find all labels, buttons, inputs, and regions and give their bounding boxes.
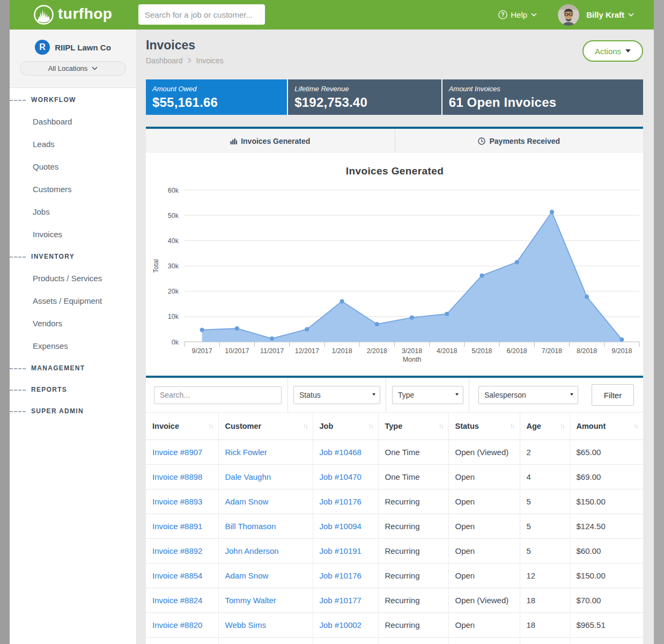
column-header-customer[interactable]: Customer↑↓ xyxy=(218,413,313,440)
section-dash-icon xyxy=(10,411,26,412)
column-header-age[interactable]: Age↑↓ xyxy=(520,413,570,440)
table-search-input[interactable] xyxy=(154,386,282,404)
sidebar-section-workflow[interactable]: WORKFLOW xyxy=(10,89,136,111)
svg-text:9/2018: 9/2018 xyxy=(611,347,632,355)
job-link[interactable]: Job #10177 xyxy=(320,596,361,605)
svg-text:4/2018: 4/2018 xyxy=(437,347,457,355)
sidebar-section-reports[interactable]: REPORTS xyxy=(10,379,136,400)
help-menu[interactable]: ? Help xyxy=(498,10,537,19)
sort-arrows-icon: ↑↓ xyxy=(560,422,564,430)
sidebar-item-leads[interactable]: Leads xyxy=(10,133,136,156)
cell-age: 18 xyxy=(520,612,570,637)
column-header-status[interactable]: Status↑↓ xyxy=(448,413,520,440)
filter-button[interactable]: Filter xyxy=(592,384,634,406)
svg-text:10/2017: 10/2017 xyxy=(225,347,249,355)
customer-link[interactable]: Bill Thomason xyxy=(225,522,276,531)
brand-name: turfhop xyxy=(58,5,112,23)
invoice-link[interactable]: Invoice #8907 xyxy=(152,448,202,457)
cell-customer: Dale Vaughn xyxy=(218,464,313,489)
help-circle-icon: ? xyxy=(498,10,507,19)
invoice-link[interactable]: Invoice #8854 xyxy=(152,571,202,580)
column-header-type[interactable]: Type↑↓ xyxy=(378,413,448,440)
sidebar-section-management[interactable]: MANAGEMENT xyxy=(10,357,136,379)
column-label: Type xyxy=(385,422,403,430)
status-select[interactable]: Status xyxy=(293,386,380,404)
stat-label: Amount Invoices xyxy=(449,85,643,93)
sidebar-item-vendors[interactable]: Vendors xyxy=(10,312,136,335)
column-header-invoice[interactable]: Invoice↑↓ xyxy=(146,413,218,440)
brand-logo[interactable]: turfhop xyxy=(33,4,112,25)
cell-amount: $150.00 xyxy=(570,489,643,514)
user-menu[interactable]: Billy Kraft xyxy=(558,4,634,26)
invoice-link[interactable]: Invoice #8820 xyxy=(152,620,202,630)
tab-payments-received[interactable]: Payments Received xyxy=(395,129,644,153)
cell-amount: $60.00 xyxy=(570,538,643,563)
table-row: Invoice #8892John AndersonJob #10191Recu… xyxy=(146,538,643,563)
cell-age: 2 xyxy=(520,440,570,464)
sidebar-item-assets-equipment[interactable]: Assets / Equipment xyxy=(10,290,136,312)
customer-link[interactable]: Rick Fowler xyxy=(225,448,267,457)
invoice-link[interactable]: Invoice #8891 xyxy=(152,522,202,531)
table-row: Invoice #8824Tommy WalterJob #10177Recur… xyxy=(146,588,643,612)
cell-amount xyxy=(570,637,643,644)
sidebar-item-expenses[interactable]: Expenses xyxy=(10,335,136,357)
customer-link[interactable]: Dale Vaughn xyxy=(225,472,271,481)
job-link[interactable]: Job #10002 xyxy=(320,620,361,630)
sidebar-item-dashboard[interactable]: Dashboard xyxy=(10,111,136,133)
customer-link[interactable]: Tommy Walter xyxy=(225,596,276,605)
sidebar-section-inventory[interactable]: INVENTORY xyxy=(10,246,136,267)
tab-invoices-generated[interactable]: Invoices Generated xyxy=(146,129,395,153)
job-link[interactable]: Job #10176 xyxy=(320,497,361,506)
cell-amount: $70.00 xyxy=(570,588,643,612)
invoice-link[interactable]: Invoice #8898 xyxy=(152,472,202,481)
clock-icon xyxy=(478,137,485,145)
table-row: Invoice #8854Adam SnowJob #10176Recurrin… xyxy=(146,563,643,588)
job-link[interactable]: Job #10176 xyxy=(320,571,361,580)
avatar xyxy=(558,4,579,26)
locations-dropdown[interactable]: All Locations xyxy=(20,61,126,76)
caret-down-icon xyxy=(625,49,631,53)
app-frame: turfhop ? Help xyxy=(10,0,654,644)
sidebar-section-label: MANAGEMENT xyxy=(31,364,85,372)
job-link[interactable]: Job #10094 xyxy=(320,522,361,531)
user-name: Billy Kraft xyxy=(586,10,624,19)
sidebar-item-jobs[interactable]: Jobs xyxy=(10,201,136,223)
sidebar-section-super-admin[interactable]: SUPER ADMIN xyxy=(10,400,136,422)
sidebar-item-invoices[interactable]: Invoices xyxy=(10,223,136,246)
breadcrumb-dashboard[interactable]: Dashboard xyxy=(146,56,183,65)
invoice-link[interactable]: Invoice #8824 xyxy=(152,596,202,605)
sidebar-section-label: WORKFLOW xyxy=(31,96,76,104)
sort-arrows-icon: ↑↓ xyxy=(368,422,373,430)
customer-link[interactable]: Webb Sims xyxy=(225,620,266,630)
sort-arrows-icon: ↑↓ xyxy=(633,422,638,430)
salesperson-select[interactable]: Salesperson xyxy=(478,386,578,404)
sidebar-item-quotes[interactable]: Quotes xyxy=(10,156,136,178)
customer-link[interactable]: John Anderson xyxy=(225,546,279,555)
invoice-link[interactable]: Invoice #8893 xyxy=(152,497,202,506)
sidebar: R RIIPL Lawn Co All Locations WORKFLOWDa… xyxy=(10,30,137,644)
filter-cell-search xyxy=(146,378,287,412)
cell-customer xyxy=(218,637,313,644)
job-link[interactable]: Job #10191 xyxy=(320,546,361,555)
actions-button[interactable]: Actions xyxy=(582,40,643,62)
column-header-amount[interactable]: Amount↑↓ xyxy=(570,413,643,440)
cell-status: Open xyxy=(448,538,520,563)
job-link[interactable]: Job #10468 xyxy=(320,448,361,457)
invoice-link[interactable]: Invoice #8892 xyxy=(152,546,202,555)
cell-amount: $124.50 xyxy=(570,514,643,538)
job-link[interactable]: Job #10470 xyxy=(320,472,361,481)
cell-invoice: Invoice #8824 xyxy=(146,588,218,612)
table-row-partial xyxy=(146,637,643,644)
invoices-chart: 0k10k20k30k40k50k60k9/201710/201711/2017… xyxy=(146,153,643,376)
chevron-down-icon xyxy=(92,67,98,70)
stat-card-amount-invoices: Amount Invoices 61 Open Invoices xyxy=(441,79,643,115)
sidebar-item-customers[interactable]: Customers xyxy=(10,178,136,201)
customer-link[interactable]: Adam Snow xyxy=(225,571,269,580)
type-select[interactable]: Type xyxy=(392,386,463,404)
svg-text:12/2017: 12/2017 xyxy=(295,347,319,355)
sidebar-item-products-services[interactable]: Products / Services xyxy=(10,267,136,290)
customer-link[interactable]: Adam Snow xyxy=(225,497,269,506)
column-header-job[interactable]: Job↑↓ xyxy=(313,413,378,440)
table-row: Invoice #8820Webb SimsJob #10002Recurrin… xyxy=(146,612,643,637)
global-search-input[interactable] xyxy=(138,4,265,25)
